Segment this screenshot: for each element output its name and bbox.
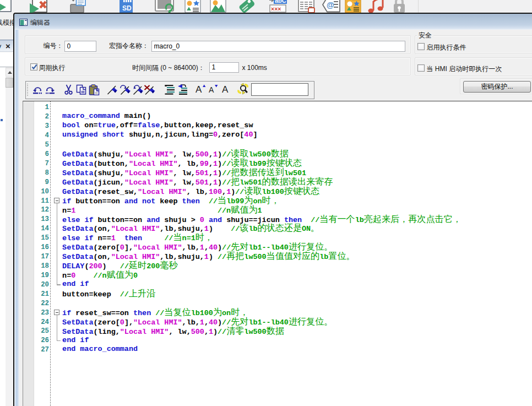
run-on-startup-checkbox[interactable]	[417, 64, 425, 72]
partial-toolbar-label: 线模拟	[0, 18, 14, 28]
password-protect-button[interactable]: 密码保护...	[463, 81, 531, 93]
toolbar-separator	[418, 0, 419, 13]
svg-text:×××: ×××	[271, 6, 281, 12]
macro-editor-dialog: 编辑器 编号： 宏指令名称： 安全 启用执行条件 周期执行 时间间隔 (0 ~ …	[13, 13, 532, 406]
bookmark-clear-icon[interactable]	[144, 84, 155, 98]
code-line[interactable]: if reset_sw==on then //当复位lb100为on时，	[62, 308, 462, 317]
media-folder-icon[interactable]	[344, 0, 362, 13]
code-editor[interactable]: 1234567891011121314151617181920212223242…	[23, 101, 532, 406]
redo-icon[interactable]	[45, 84, 55, 97]
code-line[interactable]: SetData(ling,"Local HMI", lw,500,1)//清零l…	[62, 327, 462, 336]
code-line[interactable]: SetData(on,"Local HMI",lb,shuju,1) //该lb…	[62, 224, 462, 233]
font-icon[interactable]: A	[222, 84, 231, 97]
bookmark-prev-icon[interactable]	[132, 84, 143, 98]
code-line[interactable]: end if	[62, 336, 462, 345]
fold-line	[57, 270, 57, 280]
lock-icon[interactable]	[392, 0, 407, 13]
bookmark-toggle-icon[interactable]	[107, 84, 118, 98]
undo-icon[interactable]	[32, 84, 43, 97]
interval-unit-label: x 100ms	[242, 64, 267, 72]
spellcheck-icon[interactable]: abC ×××	[269, 0, 287, 13]
code-line[interactable]: bool on=true,off=false,button,keep,reset…	[62, 121, 462, 131]
outdent-icon[interactable]	[165, 84, 175, 97]
enable-condition-label: 启用执行条件	[427, 44, 466, 51]
toolbar-grip[interactable]	[27, 84, 28, 97]
code-line[interactable]	[62, 299, 462, 308]
copy-icon[interactable]	[76, 84, 87, 98]
code-line[interactable]: GetData(shuju,"Local HMI", lw,500,1)//读取…	[62, 149, 462, 159]
picture-star-icon[interactable]	[184, 0, 201, 13]
macro-name-input[interactable]	[151, 41, 405, 52]
code-line[interactable]: SetData(zero[0],"Local HMI",lb,1,40)//先对…	[62, 317, 462, 327]
fold-line	[57, 317, 57, 327]
fold-line	[57, 327, 57, 336]
code-line[interactable]: GetData(reset_sw,"Local HMI", lb,100,1)/…	[62, 187, 462, 196]
code-line[interactable]	[62, 103, 462, 112]
svg-text:A: A	[209, 85, 214, 94]
font-decrease-icon[interactable]: A	[209, 84, 219, 97]
fold-collapse-box[interactable]	[54, 310, 59, 315]
code-line[interactable]: n=1 //n赋值为1	[62, 205, 462, 215]
code-line[interactable]: DELAY(200) //延时200毫秒	[62, 261, 462, 270]
fold-line-end	[57, 284, 61, 285]
code-line[interactable]: SetData(shuju,"Local HMI", lw,501,1)//把数…	[62, 168, 462, 177]
close-icon[interactable]: ×	[6, 41, 10, 51]
font-increase-icon[interactable]: A	[196, 84, 206, 97]
cut-icon[interactable]	[64, 84, 73, 98]
sound-icon[interactable]	[367, 0, 385, 13]
enable-condition-checkbox[interactable]	[417, 43, 425, 50]
periodic-checkbox[interactable]	[30, 63, 37, 71]
address-tag-icon[interactable]: @	[322, 0, 341, 13]
code-line[interactable]: else if n==1 then //当n=1时，	[62, 233, 462, 242]
reboot-hmi-icon[interactable]	[155, 0, 175, 13]
bookmark-next-icon[interactable]	[120, 84, 131, 98]
svg-text:A: A	[222, 84, 229, 95]
tree-panel	[0, 67, 14, 406]
code-line[interactable]: end macro_command	[62, 345, 462, 354]
background-app-left-strip: 线模拟 ˅ ×	[0, 13, 14, 406]
fold-line	[57, 261, 57, 270]
scrollbar-thumb[interactable]	[6, 78, 13, 88]
picture-icon[interactable]	[210, 0, 226, 13]
download-icon[interactable]	[69, 0, 86, 13]
code-line[interactable]: GetData(jicun,"Local HMI", lw,501,1)//把l…	[62, 177, 462, 187]
code-line[interactable]: unsigned short shuju,n,jicun,ling=0,zero…	[62, 131, 462, 140]
svg-text:A: A	[196, 84, 202, 95]
report-icon[interactable]	[298, 0, 316, 13]
scrollbar-track[interactable]	[6, 67, 13, 406]
tag-icon[interactable]	[238, 0, 256, 13]
indent-icon[interactable]	[177, 84, 188, 97]
scrollbar-up-button[interactable]	[6, 68, 13, 77]
chevron-down-icon[interactable]: ˅	[0, 42, 2, 51]
fold-collapse-box[interactable]	[54, 198, 59, 203]
code-line[interactable]: SetData(zero[0],"Local HMI",lb,1,40)//先对…	[62, 242, 462, 252]
number-input[interactable]	[64, 41, 96, 52]
svg-text:@: @	[327, 1, 334, 9]
screen: { "colors": { "keyword": "#1414d2", "str…	[0, 0, 532, 406]
interval-label: 时间间隔 (0 ~ 864000)：	[132, 64, 205, 72]
fold-column	[23, 103, 62, 406]
offline-simulation-icon[interactable]	[29, 0, 47, 13]
code-line[interactable]: button=keep //上升沿	[62, 289, 462, 299]
code-line[interactable]: n=0 //n赋值为0	[62, 270, 462, 280]
dialog-frame-left	[14, 30, 19, 406]
fold-line	[57, 224, 57, 234]
find-icon[interactable]	[237, 83, 249, 97]
code-line[interactable]: macro_command main()	[62, 112, 462, 121]
code-line[interactable]: SetData(on,"Local HMI",lb,shuju,1) //再把l…	[62, 252, 462, 261]
interval-input[interactable]	[209, 62, 239, 73]
code-text[interactable]: macro_command main()bool on=true,off=fal…	[62, 103, 462, 355]
code-line[interactable]	[62, 140, 462, 149]
run-on-startup-label: 当 HMI 启动时即执行一次	[427, 65, 502, 73]
app-toolbar: SD	[0, 0, 532, 13]
paste-icon[interactable]	[89, 84, 100, 98]
code-line[interactable]: end if	[62, 280, 462, 289]
code-line[interactable]: if button==on and not keep then //当lb99为…	[62, 196, 462, 205]
run-simulation-icon[interactable]	[0, 0, 12, 13]
sd-card-icon[interactable]: SD	[118, 0, 134, 13]
search-input[interactable]	[251, 83, 308, 96]
tree-item-fragment	[1, 119, 3, 121]
code-line[interactable]: else if button==on and shuju > 0 and shu…	[62, 215, 462, 224]
dialog-titlebar[interactable]: 编辑器	[14, 14, 532, 30]
code-line[interactable]: GetData(button,"Local HMI", lb,99,1)//读取…	[62, 159, 462, 168]
